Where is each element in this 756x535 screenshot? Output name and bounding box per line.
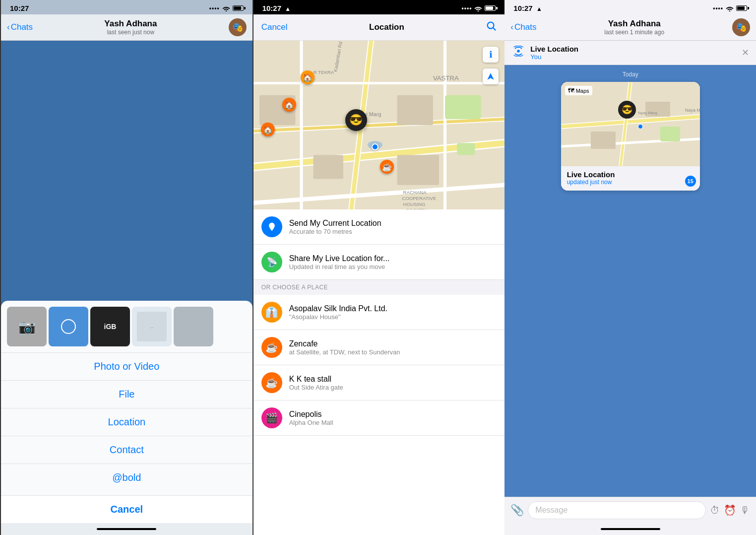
photo-thumb-screenshot[interactable]: ...: [132, 307, 172, 346]
share-live-location-item[interactable]: 📡 Share My Live Location for... Updated …: [253, 245, 505, 280]
signal-dots-icon-3: ••••: [713, 5, 723, 12]
map-info-button[interactable]: ℹ: [483, 47, 499, 63]
screenshot-preview: ...: [137, 312, 167, 341]
panel-1: 10:27 •••• ‹ Chats Yash Adhana last seen…: [0, 0, 253, 535]
mic-icon[interactable]: 🎙: [740, 505, 750, 516]
live-location-title: Share My Live Location for...: [289, 254, 390, 263]
panel3-nav: ‹ Chats Yash Adhana last seen 1 minute a…: [504, 14, 756, 41]
mini-map-avatar: 😎: [618, 101, 636, 119]
map-message-card[interactable]: Nyay Marg Naya M 😎 🗺 Maps Live Location: [561, 82, 700, 191]
place-icon-2: ☕: [261, 372, 282, 393]
map-pin-2: 🏠: [301, 70, 315, 84]
battery-icon-3: [736, 5, 747, 11]
map-pin-3: ☕: [380, 160, 394, 174]
status-icons-2: ••••: [462, 5, 496, 12]
search-button[interactable]: [486, 20, 497, 34]
wifi-icon: [222, 5, 230, 11]
close-banner-button[interactable]: ✕: [742, 47, 749, 58]
current-location-dot: [372, 143, 378, 150]
at-bold-option[interactable]: @bold: [1, 464, 252, 491]
contact-option[interactable]: Contact: [1, 436, 252, 464]
panel-2: 10:27 ▲ •••• Cancel Location: [253, 0, 505, 535]
place-item-1[interactable]: ☕ Zencafe at Satellite, at TDW, next to …: [253, 330, 505, 365]
panel2-header: Cancel Location: [253, 14, 505, 41]
map-svg: VASTRA RACHANA COOPERATIVE HOUSING SOCIE…: [253, 41, 505, 209]
status-bar-2: 10:27 ▲ ••••: [253, 0, 505, 14]
apple-maps-badge: 🗺 Maps: [565, 86, 592, 95]
photo-thumb-extra[interactable]: [174, 307, 213, 346]
place-name-2: K K tea stall: [289, 375, 343, 384]
contact-status-3: last seen 1 minute ago: [536, 29, 732, 36]
attachment-menu: 📷 iGB ... Photo or Video: [1, 301, 252, 523]
signal-dots-icon: ••••: [209, 5, 220, 12]
chat-area-1: 📷 iGB ... Photo or Video: [1, 41, 252, 523]
location-page-title: Location: [288, 22, 486, 32]
message-input-3[interactable]: Message: [528, 501, 706, 519]
photo-thumb-2[interactable]: [49, 307, 88, 346]
map-area[interactable]: VASTRA RACHANA COOPERATIVE HOUSING SOCIE…: [253, 41, 505, 209]
battery-icon-1: [233, 5, 244, 11]
place-item-3[interactable]: 🎬 Cinepolis Alpha One Mall: [253, 401, 505, 436]
place-text-0: Asopalav Silk India Pvt. Ltd. "Asopalav …: [289, 304, 387, 321]
place-name-1: Zencafe: [289, 339, 400, 348]
wifi-icon-2: [474, 5, 482, 11]
avatar-3[interactable]: 🎭: [732, 18, 750, 36]
location-arrow-icon-3: ▲: [536, 5, 542, 12]
svg-text:R TEKRA: R TEKRA: [313, 69, 334, 75]
map-location-button[interactable]: [483, 68, 499, 84]
svg-text:Naya M: Naya M: [685, 108, 700, 113]
photo-thumb-igb[interactable]: iGB: [90, 307, 130, 346]
place-name-0: Asopalav Silk India Pvt. Ltd.: [289, 304, 387, 313]
cancel-button-2[interactable]: Cancel: [261, 22, 288, 32]
chat-date-label: Today: [623, 65, 638, 82]
live-location-text: Share My Live Location for... Updated in…: [289, 254, 390, 270]
photo-thumbnails: 📷 iGB ...: [1, 307, 252, 352]
contact-info-1: Yash Adhana last seen just now: [33, 19, 229, 36]
photo-video-option[interactable]: Photo or Video: [1, 352, 252, 380]
clock-icon[interactable]: ⏰: [724, 504, 736, 516]
svg-rect-39: [660, 127, 680, 141]
apple-maps-logo: 🗺: [568, 87, 574, 94]
home-indicator-3: [504, 523, 756, 535]
live-location-banner: Live Location You ✕: [504, 41, 756, 65]
home-bar-3: [601, 528, 660, 530]
location-options: Send My Current Location Accurate to 70 …: [253, 209, 505, 535]
avatar-emoji-3: 🎭: [736, 22, 747, 33]
search-icon-2: [486, 20, 497, 31]
input-bar-3: 📎 Message ⏱ ⏰ 🎙: [504, 497, 756, 523]
wifi-icon-3: [726, 5, 734, 11]
camera-thumb[interactable]: 📷: [7, 307, 47, 346]
battery-icon-2: [485, 5, 496, 11]
back-button-1[interactable]: ‹ Chats: [7, 22, 33, 32]
radio-waves-icon: [511, 46, 525, 57]
svg-text:HOUSING: HOUSING: [403, 201, 425, 207]
place-icon-1: ☕: [261, 337, 282, 358]
place-item-0[interactable]: 👔 Asopalav Silk India Pvt. Ltd. "Asopala…: [253, 295, 505, 330]
live-signal-icon-banner: [511, 46, 525, 60]
cancel-option-1[interactable]: Cancel: [1, 495, 252, 523]
location-option[interactable]: Location: [1, 408, 252, 436]
map-pin-4: 🏠: [261, 123, 275, 136]
mini-map: Nyay Marg Naya M 😎 🗺 Maps: [561, 82, 700, 166]
place-icon-0: 👔: [261, 302, 282, 323]
place-name-3: Cinepolis: [289, 410, 333, 419]
igb-label: iGB: [104, 323, 117, 331]
home-bar-1: [97, 528, 156, 530]
contact-info-3: Yash Adhana last seen 1 minute ago: [536, 19, 732, 36]
live-location-title: Live Location: [530, 45, 737, 53]
map-pin-1: 🏠: [282, 98, 296, 112]
place-item-2[interactable]: ☕ K K tea stall Out Side Atira gate: [253, 365, 505, 401]
file-option[interactable]: File: [1, 380, 252, 408]
svg-text:SOCIETY: SOCIETY: [406, 207, 427, 209]
attach-button-3[interactable]: 📎: [510, 504, 524, 517]
avatar-emoji-1: 🎭: [232, 22, 243, 33]
camera-icon: 📷: [18, 319, 36, 335]
message-badge: 15: [685, 176, 696, 187]
send-current-location-item[interactable]: Send My Current Location Accurate to 70 …: [253, 209, 505, 245]
back-button-3[interactable]: ‹ Chats: [510, 22, 536, 32]
avatar-1[interactable]: 🎭: [229, 18, 247, 36]
panel-3: 10:27 ▲ •••• ‹ Chats Yash Adhana last se…: [504, 0, 756, 535]
timer-icon[interactable]: ⏱: [710, 505, 720, 516]
location-arrow-icon: [487, 72, 495, 80]
status-time-2: 10:27 ▲: [262, 4, 291, 12]
